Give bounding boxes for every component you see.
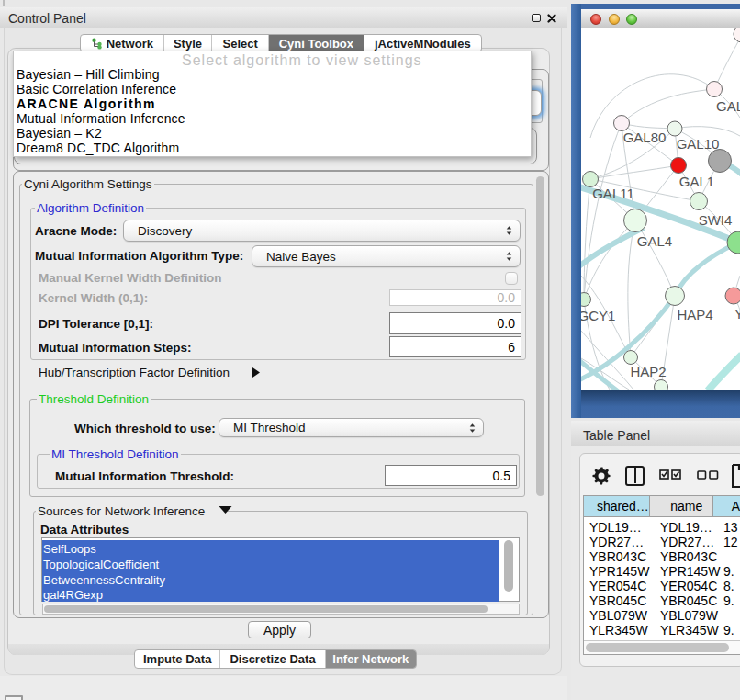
- svg-text:GAL10: GAL10: [677, 136, 720, 152]
- svg-text:GAL4: GAL4: [637, 233, 672, 249]
- svg-text:GAL1: GAL1: [679, 174, 714, 189]
- svg-text:Y: Y: [734, 306, 740, 322]
- svg-text:GAL11: GAL11: [592, 186, 634, 201]
- svg-text:GCY1: GCY1: [581, 308, 615, 323]
- svg-text:SWI4: SWI4: [699, 212, 733, 228]
- svg-text:GAL80: GAL80: [623, 130, 667, 145]
- svg-text:HAP2: HAP2: [630, 364, 666, 379]
- svg-text:GAL2: GAL2: [716, 98, 740, 114]
- svg-text:HAP4: HAP4: [677, 307, 712, 322]
